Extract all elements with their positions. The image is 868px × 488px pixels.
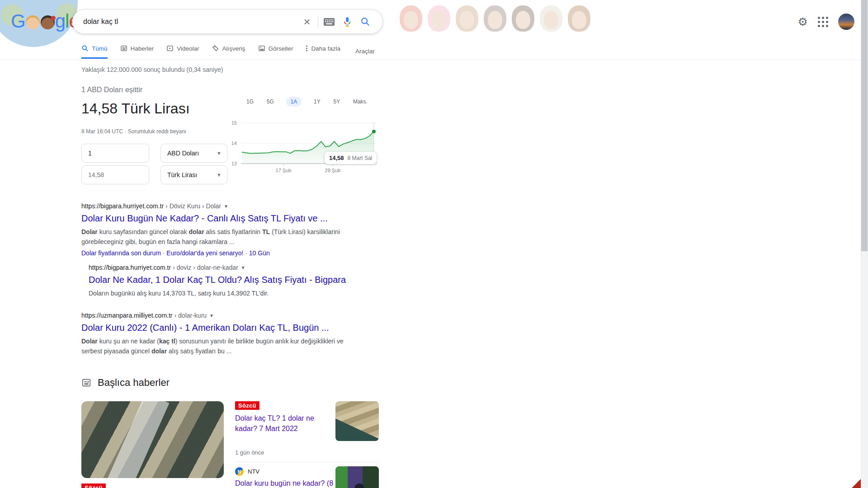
tab-news[interactable]: Haberler [120,45,154,57]
range-5y[interactable]: 5Y [332,97,341,107]
doodle-banner-face-icon [568,5,590,32]
story-thumbnail-banknote[interactable] [335,466,379,488]
doodle-banner-face-icon [540,5,562,32]
result-url: https://bigpara.hurriyet.com.tr [89,264,171,271]
tab-videos[interactable]: Videolar [166,45,199,57]
sozcu-source-logo: Sözcü [235,401,259,410]
tabs-divider [0,60,861,60]
breadcrumb: › doviz › dolar-ne-kadar [173,264,238,271]
keyboard-icon[interactable] [320,13,338,31]
story-divider [235,462,379,462]
result-snippet: Doların bugünkü alış kuru 14,3703 TL, sa… [89,288,365,298]
sitelink[interactable]: Dolar fiyatlarında son durum [81,249,161,257]
logo-letter: g [55,12,65,31]
result-title-link[interactable]: Dolar Kuru Bugün Ne Kadar? - Canlı Alış … [81,213,371,224]
y-axis-tick: 15 [226,120,237,126]
converter-timestamp: 8 Mar 16:04 UTC [81,128,123,135]
story-thumbnail-dollars[interactable] [335,401,379,441]
result-url: https://bigpara.hurriyet.com.tr [81,202,164,210]
profile-avatar[interactable] [838,14,854,30]
converter-result: 14,58 Türk Lirası [81,100,190,117]
sitelink[interactable]: 10 Gün [249,249,270,257]
doodle-banner-face-icon [428,5,450,32]
search-submit-icon[interactable] [356,13,374,31]
doodle-face-icon [26,15,40,29]
converter-row-from: ABD Doları ▼ [81,144,227,163]
google-apps-icon[interactable] [816,15,830,29]
result-cite[interactable]: https://bigpara.hurriyet.com.tr › doviz … [89,264,378,271]
scrollbar-track[interactable] [861,0,868,488]
google-doodle-logo[interactable]: Ggle [11,12,79,31]
range-1a-selected[interactable]: 1A [286,97,302,107]
result-sitelinks: Dolar fiyatlarında son durum · Euro/dola… [81,249,371,257]
range-max[interactable]: Maks. [352,97,368,107]
search-input[interactable] [83,18,298,26]
converter-equals-label: 1 ABD Doları eşittir [81,86,142,94]
top-stories-title: Başlıca haberler [98,377,170,389]
doodle-face-icon [41,15,55,29]
tab-all[interactable]: Tümü [81,45,108,59]
chart-tooltip: 14,58 8 Mart Sal [325,152,377,164]
amount-from-input[interactable] [81,144,149,163]
clear-search-icon[interactable]: × [298,13,316,31]
result-title-link[interactable]: Dolar Kuru 2022 (Canlı) - 1 Amerikan Dol… [81,323,371,333]
converter-row-to: Türk Lirası ▼ [81,165,227,184]
search-result-nested: https://bigpara.hurriyet.com.tr › doviz … [89,264,378,298]
range-1g[interactable]: 1G [245,97,255,107]
currency-to-select[interactable]: Türk Lirası ▼ [160,165,227,184]
results-stats: Yaklaşık 122.000.000 sonuç bulundu (0,34… [81,66,223,73]
womens-day-doodle-banner[interactable] [400,5,590,32]
story-timestamp: 1 gün önce [235,449,264,456]
scrollbar-thumb[interactable] [861,0,868,251]
range-5g[interactable]: 5G [266,97,275,107]
logo-letter: G [11,12,25,31]
converter-meta: 8 Mar 16:04 UTC · Sorumluluk reddi beyan… [81,128,186,135]
breadcrumb: › Döviz Kuru › Dolar [165,202,221,210]
tools-button[interactable]: Araçlar [355,48,375,55]
result-options-icon[interactable]: ▼ [209,313,214,318]
result-options-icon[interactable]: ▼ [224,204,228,209]
result-cite[interactable]: https://bigpara.hurriyet.com.tr › Döviz … [81,202,371,210]
range-1y[interactable]: 1Y [313,97,321,107]
story-source-row: N NTV [235,467,259,476]
y-axis-tick: 13 [226,161,237,166]
chevron-down-icon: ▼ [217,150,222,156]
result-snippet: Dolar kuru sayfasından güncel olarak dol… [81,227,358,247]
doodle-banner-face-icon [484,5,506,32]
top-stories-header: Başlıca haberler [81,377,170,389]
doodle-banner-face-icon [400,5,422,32]
tab-images[interactable]: Görseller [258,45,293,57]
result-options-icon[interactable]: ▼ [241,265,245,270]
result-url: https://uzmanpara.milliyet.com.tr [81,312,173,319]
x-axis-tickmark [283,164,284,166]
breadcrumb: › dolar-kuru [175,312,207,319]
tab-label: Daha fazla [311,45,340,52]
story-source-name: NTV [248,468,259,475]
doodle-banner-face-icon [456,5,478,32]
sozcu-source-logo: Sözcü [81,483,106,488]
x-axis-tick: 28 Şub [319,168,346,173]
x-axis-tick: 17 Şub [270,168,297,173]
tab-shopping[interactable]: Alışveriş [212,45,245,57]
doodle-banner-face-icon [512,5,534,32]
chart-range-tabs: 1G 5G 1A 1Y 5Y Maks. [245,97,368,107]
result-snippet: Dolar kuru şu an ne kadar (kaç tl) sorus… [81,336,358,356]
story-title-link[interactable]: Dolar kaç TL? 1 dolar ne kadar? 7 Mart 2… [235,413,329,434]
currency-to-value: Türk Lirası [167,171,197,178]
mic-icon[interactable] [338,13,356,31]
tab-more[interactable]: Daha fazla [306,45,340,57]
currency-from-select[interactable]: ABD Doları ▼ [160,144,227,163]
search-tabs: Tümü Haberler Videolar Alışveriş Görsell… [81,45,340,57]
amount-to-input[interactable] [81,165,149,184]
search-bar-divider [318,16,318,28]
story-title-link[interactable]: Dolar kuru bugün ne kadar? (8 Mart 2022 … [235,478,334,488]
result-cite[interactable]: https://uzmanpara.milliyet.com.tr › dola… [81,312,371,319]
top-story-image-dollar-bills[interactable] [81,401,224,478]
tab-label: Alışveriş [222,45,245,52]
tooltip-value: 14,58 [329,155,344,161]
search-result: https://bigpara.hurriyet.com.tr › Döviz … [81,202,371,257]
disclaimer-link[interactable]: Sorumluluk reddi beyanı [128,128,186,135]
sitelink[interactable]: Euro/dolar'da yeni senaryo! [166,249,243,257]
settings-gear-icon[interactable]: ⚙ [798,16,808,28]
result-title-link[interactable]: Dolar Ne Kadar, 1 Dolar Kaç TL Oldu? Alı… [89,275,378,285]
